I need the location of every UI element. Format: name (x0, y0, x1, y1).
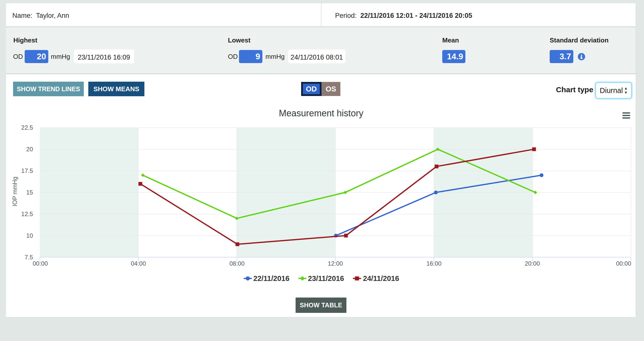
svg-text:15: 15 (26, 189, 33, 196)
svg-text:22/11/2016: 22/11/2016 (253, 274, 290, 282)
svg-text:08:00: 08:00 (229, 260, 245, 267)
svg-text:12:00: 12:00 (328, 260, 343, 267)
svg-text:20:00: 20:00 (525, 260, 540, 267)
svg-text:00:00: 00:00 (33, 260, 48, 267)
svg-text:24/11/2016: 24/11/2016 (363, 274, 399, 282)
svg-text:17.5: 17.5 (21, 167, 33, 174)
svg-text:12.5: 12.5 (21, 211, 33, 217)
svg-text:7.5: 7.5 (25, 254, 33, 261)
svg-text:10: 10 (26, 232, 33, 239)
svg-text:23/11/2016: 23/11/2016 (308, 274, 344, 282)
svg-text:00:00: 00:00 (616, 260, 631, 267)
svg-text:16:00: 16:00 (426, 260, 441, 267)
svg-text:20: 20 (26, 146, 33, 153)
svg-text:IOP mmHg: IOP mmHg (11, 177, 18, 206)
svg-text:04:00: 04:00 (131, 260, 146, 267)
svg-text:22.5: 22.5 (21, 124, 33, 131)
